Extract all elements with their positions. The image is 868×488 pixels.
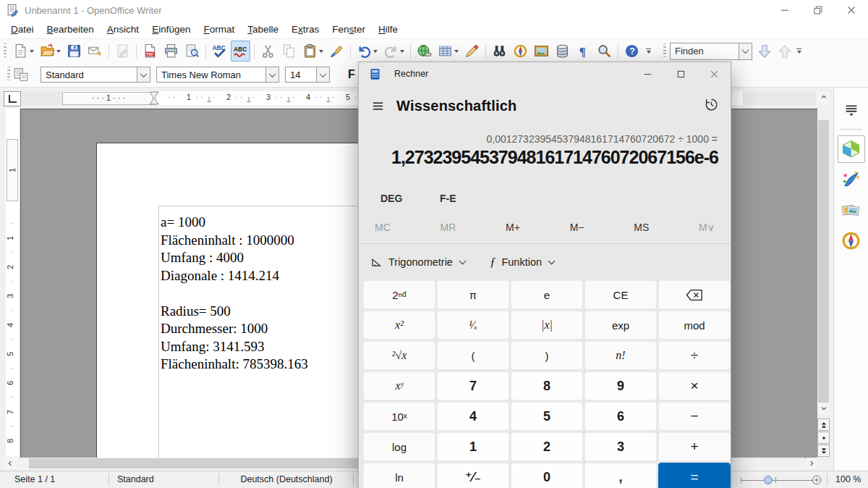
- menu-ansicht[interactable]: Ansicht: [101, 22, 145, 37]
- find-toolbar-handle[interactable]: [663, 43, 666, 59]
- sidebar-tab-gallery[interactable]: [838, 196, 865, 224]
- menu-extras[interactable]: Extras: [285, 22, 326, 37]
- calc-key-minus[interactable]: −: [658, 402, 731, 431]
- format-paintbrush-button[interactable]: [327, 41, 346, 62]
- menu-fenster[interactable]: Fenster: [326, 22, 372, 37]
- memory-store-button[interactable]: MS: [634, 222, 649, 233]
- scrollbar-track[interactable]: [817, 103, 830, 403]
- draw-functions-button[interactable]: [462, 41, 482, 62]
- export-pdf-button[interactable]: PDF: [140, 41, 160, 62]
- calc-key-ln[interactable]: ln: [363, 463, 435, 488]
- paragraph-style-icon[interactable]: [13, 67, 29, 83]
- menu-tabelle[interactable]: Tabelle: [241, 22, 285, 37]
- data-sources-button[interactable]: [553, 41, 572, 62]
- menu-format[interactable]: Format: [197, 22, 241, 37]
- calc-key-negate[interactable]: ⁺⁄₋: [437, 463, 509, 488]
- zoom-slider-track[interactable]: [741, 480, 813, 481]
- menu-hilfe[interactable]: Hilfe: [372, 22, 404, 37]
- calc-key-key[interactable]: ): [511, 341, 583, 370]
- find-input[interactable]: Finden: [670, 43, 752, 60]
- calc-key-key[interactable]: (: [437, 341, 509, 370]
- font-size-combo[interactable]: 14: [285, 67, 330, 83]
- calc-key-equals[interactable]: =: [658, 463, 731, 488]
- calc-key-reciprocal[interactable]: ¹⁄ₓ: [437, 311, 509, 340]
- tab-stop-selector[interactable]: [4, 91, 21, 106]
- calc-key-square[interactable]: x²: [363, 311, 435, 340]
- calc-key-square-root[interactable]: ²√x: [363, 341, 435, 370]
- close-button[interactable]: [835, 0, 868, 20]
- calc-minimize-button[interactable]: [631, 62, 664, 85]
- page-preview-button[interactable]: [182, 41, 202, 62]
- calc-key-3[interactable]: 3: [584, 432, 657, 461]
- find-replace-button[interactable]: [490, 41, 509, 62]
- calc-key-6[interactable]: 6: [584, 402, 657, 431]
- paragraph-style-combo[interactable]: Standard: [41, 67, 150, 83]
- calc-close-button[interactable]: [697, 62, 731, 85]
- language-field[interactable]: Deutsch (Deutschland): [226, 474, 347, 484]
- calc-key-factorial[interactable]: n!: [584, 341, 657, 370]
- zoom-slider[interactable]: [735, 471, 825, 488]
- calc-key-backspace[interactable]: [658, 280, 731, 309]
- next-page-button[interactable]: [817, 445, 830, 457]
- undo-button[interactable]: [354, 41, 380, 62]
- calc-key-pi[interactable]: π: [437, 280, 509, 309]
- calc-key-divide[interactable]: ÷: [658, 341, 731, 370]
- calc-key-5[interactable]: 5: [511, 402, 583, 431]
- calc-maximize-button[interactable]: [664, 62, 697, 85]
- open-button[interactable]: [38, 41, 63, 62]
- calc-key-0[interactable]: 0: [511, 463, 583, 488]
- minimize-button[interactable]: [768, 0, 801, 20]
- function-dropdown[interactable]: ƒ Funktion: [490, 255, 554, 269]
- sidebar-tab-navigator[interactable]: [838, 227, 865, 254]
- new-document-button[interactable]: [11, 41, 36, 62]
- trigonometry-dropdown[interactable]: Trigonometrie: [370, 256, 465, 269]
- autospellcheck-button[interactable]: ABC: [231, 41, 250, 62]
- calc-key-second-function[interactable]: 2ⁿᵈ: [363, 280, 435, 309]
- scroll-right-button[interactable]: [806, 458, 817, 469]
- nonprinting-characters-button[interactable]: ¶: [574, 41, 593, 62]
- find-dropdown-button[interactable]: [739, 43, 752, 59]
- zoom-percent-field[interactable]: 100 %: [835, 474, 861, 484]
- paste-button[interactable]: [300, 41, 326, 62]
- toolbar-handle[interactable]: [4, 43, 7, 59]
- scroll-up-button[interactable]: [817, 91, 830, 103]
- gallery-button[interactable]: [532, 41, 551, 62]
- previous-page-button[interactable]: [817, 418, 830, 431]
- memory-add-button[interactable]: M+: [506, 222, 520, 233]
- print-button[interactable]: [161, 41, 181, 62]
- hyperlink-button[interactable]: [414, 41, 434, 62]
- spellcheck-button[interactable]: ABC: [210, 41, 229, 62]
- table-button[interactable]: [435, 41, 461, 62]
- sidebar-tab-properties[interactable]: [838, 135, 865, 163]
- style-dropdown-button[interactable]: [137, 67, 150, 82]
- find-next-button[interactable]: [757, 43, 773, 59]
- scroll-left-button[interactable]: [4, 458, 16, 469]
- calc-key-ten-power-x[interactable]: 10ˣ: [363, 402, 435, 431]
- save-button[interactable]: [64, 41, 84, 62]
- page-style-field[interactable]: Standard: [117, 474, 154, 484]
- calc-key-1[interactable]: 1: [437, 432, 509, 461]
- calc-key-9[interactable]: 9: [584, 371, 657, 400]
- calc-key-exp[interactable]: exp: [584, 311, 657, 340]
- size-dropdown-button[interactable]: [316, 67, 329, 82]
- zoom-in-icon[interactable]: [812, 475, 822, 485]
- history-icon[interactable]: [704, 97, 719, 112]
- fe-toggle-button[interactable]: F-E: [440, 193, 456, 204]
- font-name-combo[interactable]: Times New Roman: [156, 67, 279, 83]
- scrollbar-thumb[interactable]: [818, 120, 829, 407]
- calc-key-8[interactable]: 8: [511, 371, 583, 400]
- scroll-down-button[interactable]: [817, 403, 830, 414]
- font-dropdown-button[interactable]: [265, 67, 278, 82]
- hamburger-menu-icon[interactable]: [371, 99, 385, 113]
- navigator-button[interactable]: [511, 41, 530, 62]
- calc-key-x-power-y[interactable]: xʸ: [363, 371, 435, 400]
- restore-button[interactable]: [801, 0, 835, 20]
- email-button[interactable]: [85, 41, 105, 62]
- indent-marker-icon[interactable]: [149, 91, 159, 105]
- menu-bearbeiten[interactable]: Bearbeiten: [41, 22, 101, 37]
- formatting-toolbar-handle[interactable]: [7, 67, 10, 83]
- toolbar-overflow-button[interactable]: [645, 49, 651, 54]
- page-count-field[interactable]: Seite 1 / 1: [14, 474, 55, 484]
- calc-key-plus[interactable]: +: [658, 432, 731, 461]
- calc-key-7[interactable]: 7: [437, 371, 509, 400]
